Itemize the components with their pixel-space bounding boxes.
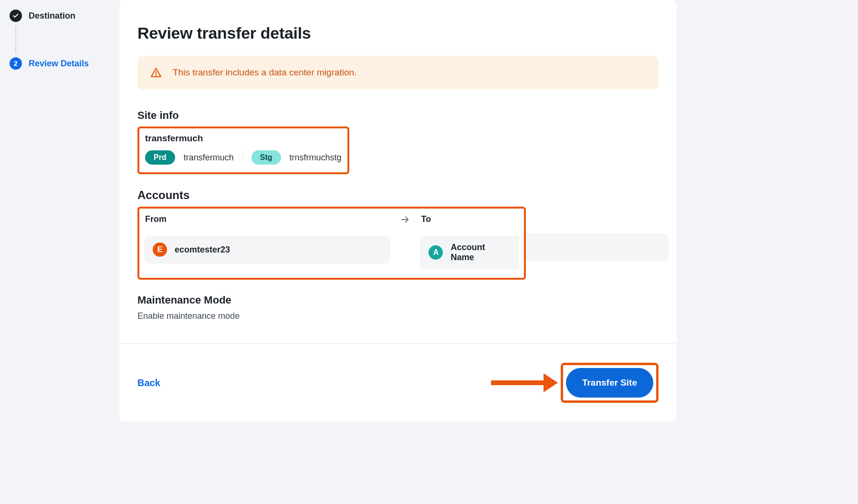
from-label: From [145, 214, 390, 224]
accounts-heading: Accounts [137, 189, 659, 202]
accounts-highlight: From E ecomtester23 To [137, 207, 526, 280]
step-connector [15, 26, 16, 53]
accounts-wrapper: From E ecomtester23 To [137, 207, 659, 280]
from-account-avatar: E [153, 242, 167, 257]
env-divider [242, 150, 243, 165]
siteinfo-heading: Site info [137, 109, 659, 122]
back-button[interactable]: Back [137, 378, 160, 388]
cta-highlight: Transfer Site [561, 363, 659, 403]
arrow-right-icon [400, 214, 410, 225]
to-account-avatar: A [429, 245, 443, 260]
to-account-chip: A Account Name [420, 236, 519, 269]
env-name-stg: trnsfrmuchstg [290, 153, 342, 163]
check-circle-icon [10, 10, 22, 22]
transfer-site-button[interactable]: Transfer Site [566, 368, 653, 398]
from-account-chip: E ecomtester23 [144, 236, 390, 263]
card-footer: Back Transfer Site [119, 343, 677, 422]
step-review-label: Review Details [29, 59, 89, 69]
env-name-prd: transfermuch [184, 153, 234, 163]
warning-text: This transfer includes a data center mig… [173, 67, 356, 78]
to-label: To [421, 214, 519, 224]
site-name: transfermuch [145, 133, 344, 144]
step-review-details[interactable]: 2 Review Details [10, 57, 115, 70]
annotation-arrow-icon [491, 373, 558, 392]
wizard-stepper: Destination 2 Review Details [0, 0, 119, 79]
maintenance-heading: Maintenance Mode [137, 294, 659, 306]
env-badge-prd: Prd [145, 150, 175, 165]
siteinfo-highlight: transfermuch Prd transfermuch Stg trnsfr… [137, 126, 349, 174]
warning-icon [150, 66, 162, 79]
page-title: Review transfer details [137, 24, 659, 42]
svg-point-1 [156, 74, 157, 76]
review-card: Review transfer details This transfer in… [119, 0, 677, 422]
step-number-icon: 2 [10, 57, 22, 70]
maintenance-text: Enable maintenance mode [137, 311, 659, 321]
step-destination-label: Destination [29, 11, 75, 21]
env-badge-stg: Stg [251, 150, 281, 165]
from-account-name: ecomtester23 [175, 245, 230, 255]
migration-warning-banner: This transfer includes a data center mig… [137, 56, 659, 89]
to-chip-overflow [526, 233, 669, 261]
to-account-name: Account Name [450, 242, 511, 262]
step-destination[interactable]: Destination [10, 10, 115, 22]
